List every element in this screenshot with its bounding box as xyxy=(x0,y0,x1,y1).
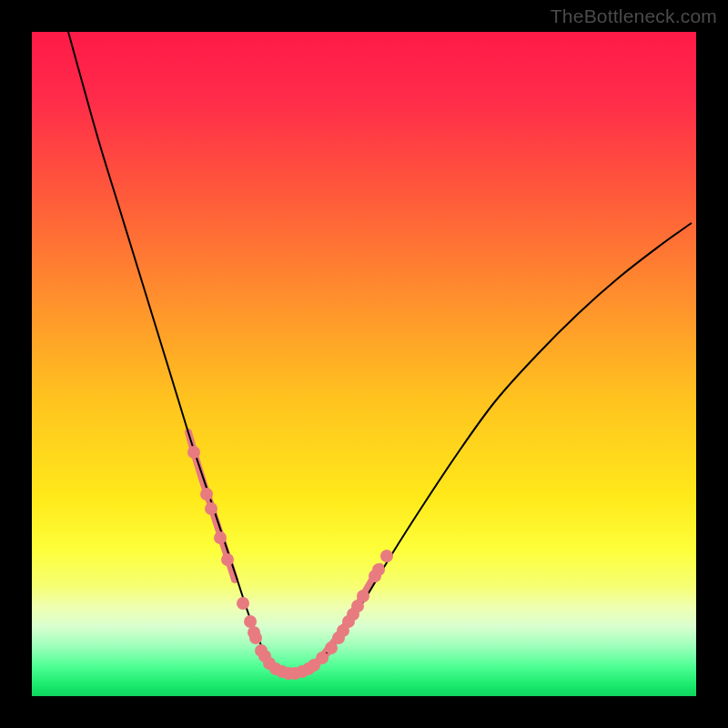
watermark-text: TheBottleneck.com xyxy=(551,5,717,27)
data-point-marker xyxy=(205,502,217,515)
data-point-marker xyxy=(221,553,234,566)
data-point-marker xyxy=(316,652,329,664)
data-point-marker xyxy=(237,597,249,610)
chart-frame: TheBottleneck.com xyxy=(0,0,728,728)
data-point-marker xyxy=(244,615,257,628)
data-point-marker xyxy=(200,488,213,500)
curve-layer xyxy=(32,32,696,696)
marker-points xyxy=(187,446,393,680)
data-point-marker xyxy=(214,531,227,544)
data-point-marker xyxy=(380,550,393,562)
data-point-marker xyxy=(372,563,385,576)
data-point-marker xyxy=(249,632,262,644)
highlight-segments xyxy=(188,432,380,670)
data-point-marker xyxy=(187,446,200,459)
plot-area xyxy=(32,32,696,696)
data-point-marker xyxy=(357,590,369,602)
